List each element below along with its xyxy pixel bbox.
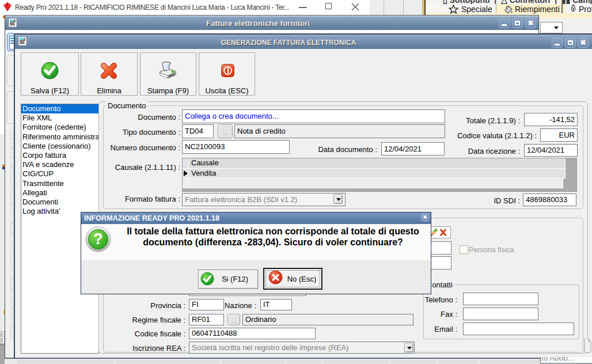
svg-text:?: ? (93, 230, 103, 248)
